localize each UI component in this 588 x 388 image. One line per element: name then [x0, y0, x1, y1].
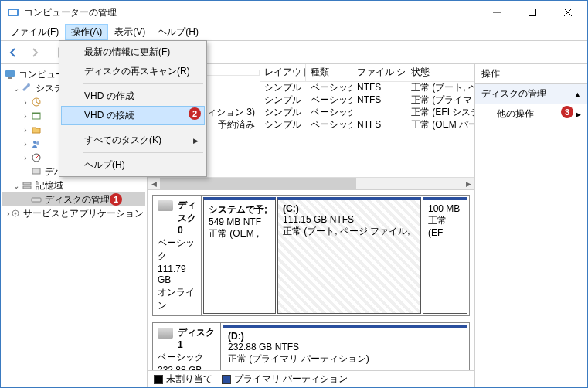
legend-unallocated: 未割り当て: [154, 373, 212, 386]
disk-size: 232.88 GB: [158, 365, 216, 370]
disk-row[interactable]: ディスク 1 ベーシック 232.88 GB オンライン (D:) 232.88…: [152, 322, 470, 370]
badge-3: 3: [561, 106, 573, 118]
menu-help[interactable]: ヘルプ(H): [61, 155, 205, 175]
partition[interactable]: 100 MB 正常 (EF: [423, 197, 467, 314]
scheduler-icon: [30, 96, 42, 108]
tree-disk-label: ディスクの管理: [45, 193, 110, 206]
perf-icon: [30, 151, 42, 164]
menu-attach-vhd-label: VHD の接続: [84, 109, 134, 122]
svg-rect-12: [32, 113, 40, 114]
menubar: ファイル(F) 操作(A) 表示(V) ヘルプ(H): [1, 24, 587, 41]
swatch-blue: [222, 375, 231, 384]
svg-rect-9: [8, 77, 12, 79]
svg-point-14: [36, 141, 39, 145]
col-layout[interactable]: レイアウト: [260, 64, 306, 82]
tree-disk-mgmt[interactable]: ディスクの管理 1: [2, 192, 145, 206]
partition-d[interactable]: (D:) 232.88 GB NTFS 正常 (プライマリ パーティション): [223, 325, 467, 370]
tree-root-label: コンピュー: [19, 68, 65, 81]
storage-icon: [21, 179, 33, 192]
menu-rescan[interactable]: ディスクの再スキャン(R): [61, 62, 205, 81]
svg-rect-3: [529, 9, 536, 16]
expand-icon[interactable]: ⌄: [12, 84, 21, 93]
col-status[interactable]: 状態: [406, 64, 474, 82]
scroll-thumb[interactable]: [160, 178, 356, 189]
svg-rect-1: [9, 10, 17, 15]
partition[interactable]: システムで予; 549 MB NTF 正常 (OEM ,: [203, 197, 276, 314]
actions-pane: 操作 ディスクの管理 ▲ 他の操作 3 ▶: [475, 64, 587, 387]
folder-icon: [30, 124, 42, 136]
menu-all-tasks-label: すべてのタスク(K): [84, 134, 161, 147]
expand-icon[interactable]: ›: [21, 98, 30, 107]
expand-icon[interactable]: ⌄: [12, 182, 21, 190]
tree-services-label: サービスとアプリケーション: [23, 207, 144, 220]
device-icon: [30, 165, 42, 178]
svg-rect-16: [32, 168, 40, 174]
actions-other[interactable]: 他の操作 3 ▶: [475, 104, 587, 124]
menu-create-vhd[interactable]: VHD の作成: [61, 87, 205, 106]
disk-status: オンライン: [158, 286, 196, 312]
submenu-arrow-icon: ▶: [576, 111, 581, 118]
menu-refresh[interactable]: 最新の情報に更新(F): [61, 43, 205, 62]
menu-action[interactable]: 操作(A): [65, 24, 108, 40]
menu-all-tasks[interactable]: すべてのタスク(K) ▶: [61, 131, 205, 150]
event-icon: [30, 110, 42, 122]
forward-button[interactable]: [25, 43, 44, 62]
wrench-icon: [21, 82, 33, 94]
legend-primary: プライマリ パーティション: [222, 373, 348, 386]
menu-attach-vhd[interactable]: VHD の接続 2: [61, 106, 205, 125]
disk-info: ディスク 0 ベーシック 111.79 GB オンライン: [153, 196, 202, 315]
disk-row[interactable]: ディスク 0 ベーシック 111.79 GB オンライン システムで予; 549…: [152, 195, 470, 316]
swatch-black: [154, 375, 163, 384]
back-button[interactable]: [4, 43, 22, 62]
actions-section-label: ディスクの管理: [481, 87, 546, 100]
svg-rect-17: [35, 175, 38, 175]
menu-separator: [83, 128, 203, 128]
disk-icon: [30, 193, 42, 206]
expand-icon[interactable]: ›: [21, 126, 30, 134]
minimize-button[interactable]: [479, 1, 515, 24]
toolbar-separator: [49, 45, 49, 60]
horizontal-scrollbar[interactable]: ◀ ▶: [148, 177, 474, 189]
expand-icon[interactable]: ›: [21, 140, 30, 148]
actions-other-label: 他の操作: [497, 107, 534, 121]
expand-icon[interactable]: ›: [21, 154, 30, 162]
partition-c[interactable]: (C:) 111.15 GB NTFS 正常 (ブート, ページ ファイル,: [277, 197, 421, 314]
tree-storage[interactable]: ⌄記憶域: [2, 179, 145, 192]
services-icon: [10, 207, 21, 220]
menu-file[interactable]: ファイル(F): [4, 24, 65, 40]
col-fs[interactable]: ファイル シ...: [352, 64, 406, 82]
disk-icon: [158, 328, 173, 339]
titlebar: コンピューターの管理: [1, 1, 587, 24]
menu-separator: [83, 152, 203, 153]
actions-header: 操作: [475, 64, 587, 84]
menu-separator: [83, 83, 203, 84]
svg-rect-19: [23, 186, 31, 189]
disk-info: ディスク 1 ベーシック 232.88 GB オンライン: [153, 323, 221, 370]
menu-help[interactable]: ヘルプ(H): [151, 24, 205, 40]
badge-2: 2: [189, 107, 201, 120]
users-icon: [30, 138, 42, 150]
col-type[interactable]: 種類: [306, 64, 352, 82]
svg-point-22: [15, 213, 17, 215]
disk-icon: [158, 200, 173, 211]
app-icon: [7, 6, 19, 19]
tree-storage-label: 記憶域: [36, 179, 63, 192]
disk-graphical-view: ディスク 0 ベーシック 111.79 GB オンライン システムで予; 549…: [148, 190, 474, 370]
close-button[interactable]: [550, 1, 586, 24]
collapse-icon: ▲: [574, 90, 581, 98]
svg-point-13: [33, 141, 36, 144]
badge-1: 1: [110, 193, 122, 206]
scroll-left-icon[interactable]: ◀: [148, 178, 160, 190]
action-dropdown: 最新の情報に更新(F) ディスクの再スキャン(R) VHD の作成 VHD の接…: [59, 40, 207, 177]
tree-services[interactable]: ›サービスとアプリケーション: [2, 206, 145, 220]
window-title: コンピューターの管理: [24, 6, 479, 19]
submenu-arrow-icon: ▶: [193, 137, 199, 145]
actions-section[interactable]: ディスクの管理 ▲: [475, 84, 587, 104]
menu-view[interactable]: 表示(V): [108, 24, 151, 40]
svg-rect-8: [5, 70, 15, 77]
maximize-button[interactable]: [515, 1, 550, 24]
scroll-right-icon[interactable]: ▶: [462, 178, 474, 190]
expand-icon[interactable]: ›: [21, 112, 30, 121]
disk-type: ベーシック: [158, 237, 196, 263]
legend: 未割り当て プライマリ パーティション: [148, 370, 474, 387]
